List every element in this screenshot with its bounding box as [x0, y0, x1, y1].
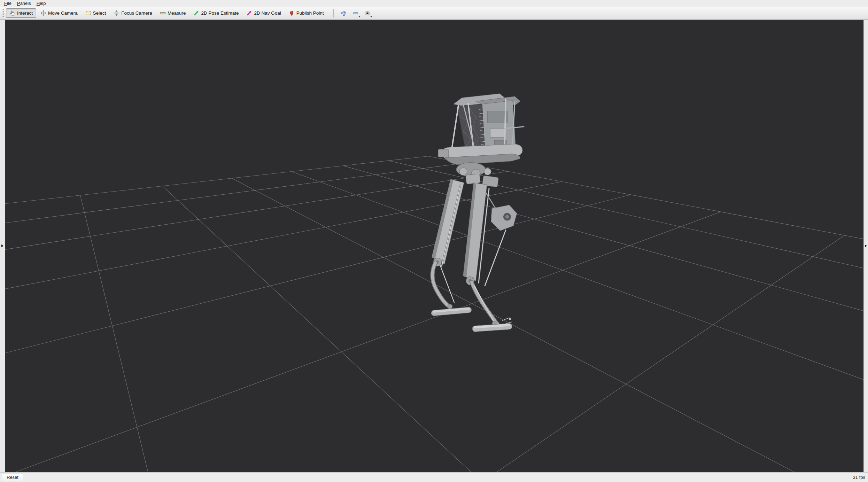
- tool-label: Publish Point: [296, 10, 324, 16]
- tool-label: 2D Pose Estimate: [201, 10, 239, 16]
- tool-label: Measure: [168, 10, 186, 16]
- menu-bar: File Panels Help: [0, 0, 868, 7]
- robot-model: [431, 94, 524, 332]
- toolbar-drag-handle[interactable]: [1, 9, 5, 18]
- tool-label: Interact: [17, 10, 33, 16]
- render-viewport-3d[interactable]: [5, 20, 863, 472]
- tool-label: Move Camera: [48, 10, 78, 16]
- tool-interact[interactable]: Interact: [6, 8, 36, 18]
- focus-crosshair-icon: [114, 10, 119, 16]
- visibility-eye-icon[interactable]: [362, 8, 373, 18]
- add-tool-plus-icon[interactable]: [339, 8, 349, 18]
- menu-help[interactable]: Help: [34, 0, 49, 6]
- scene-svg: [5, 20, 863, 472]
- fps-counter: 31 fps: [853, 475, 866, 480]
- views-panel-collapsed: [863, 20, 868, 472]
- pose-arrow-green-icon: [193, 10, 199, 16]
- menu-panels[interactable]: Panels: [14, 0, 34, 6]
- reset-button[interactable]: Reset: [2, 474, 23, 481]
- ruler-icon: [160, 10, 166, 16]
- tool-focus-camera[interactable]: Focus Camera: [110, 8, 156, 18]
- status-bar: Reset 31 fps: [0, 472, 868, 482]
- toolbar: Interact Move Camera Select Fo: [0, 7, 868, 20]
- map-pin-icon: [289, 10, 295, 16]
- remove-tool-minus-icon[interactable]: [350, 8, 361, 18]
- tool-label: Focus Camera: [121, 10, 152, 16]
- menu-file[interactable]: File: [1, 0, 14, 6]
- tool-2d-pose-estimate[interactable]: 2D Pose Estimate: [190, 8, 242, 18]
- nav-arrow-magenta-icon: [246, 10, 252, 16]
- expand-right-panel-handle[interactable]: [865, 244, 867, 247]
- move-arrows-icon: [40, 10, 46, 16]
- tool-move-camera[interactable]: Move Camera: [37, 8, 81, 18]
- expand-left-panel-handle[interactable]: [1, 244, 3, 247]
- tool-label: Select: [93, 10, 106, 16]
- displays-panel-collapsed: [0, 20, 5, 472]
- tool-measure[interactable]: Measure: [156, 8, 189, 18]
- tool-2d-nav-goal[interactable]: 2D Nav Goal: [243, 8, 284, 18]
- tool-publish-point[interactable]: Publish Point: [285, 8, 327, 18]
- toolbar-separator: [333, 9, 334, 17]
- tool-select[interactable]: Select: [82, 8, 110, 18]
- tool-label: 2D Nav Goal: [254, 10, 281, 16]
- hand-pointer-icon: [9, 10, 15, 16]
- selection-box-icon: [85, 10, 91, 16]
- center-stage: [0, 20, 868, 472]
